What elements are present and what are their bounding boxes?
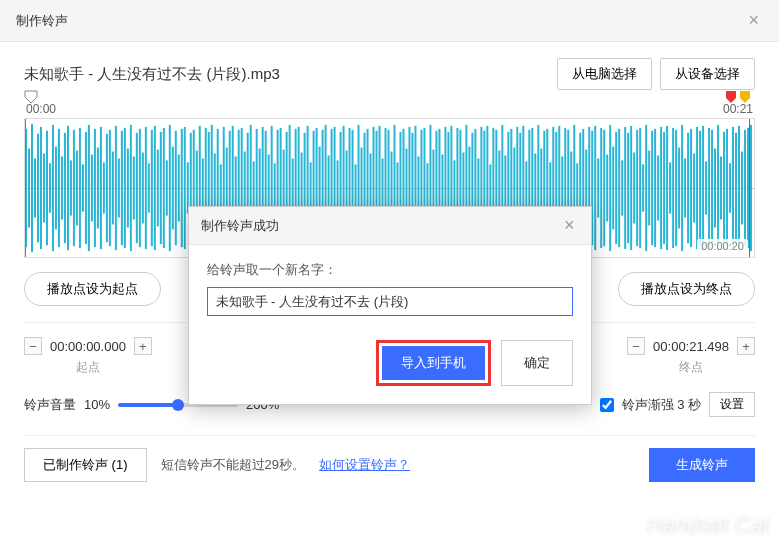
svg-rect-193	[600, 128, 602, 248]
file-row: 未知歌手 - 人生没有过不去 (片段).mp3 从电脑选择 从设备选择	[24, 58, 755, 90]
svg-rect-24	[94, 129, 96, 247]
window-header: 制作铃声 ×	[0, 0, 779, 42]
svg-rect-213	[660, 127, 662, 249]
svg-rect-15	[67, 126, 69, 250]
svg-rect-14	[64, 133, 66, 243]
generate-button[interactable]: 生成铃声	[649, 448, 755, 482]
from-pc-button[interactable]: 从电脑选择	[557, 58, 652, 90]
svg-rect-232	[717, 125, 719, 251]
svg-rect-3	[31, 124, 33, 252]
fade-in-checkbox[interactable]	[600, 398, 614, 412]
svg-rect-229	[708, 128, 710, 248]
svg-rect-233	[720, 156, 722, 219]
svg-rect-44	[154, 126, 156, 250]
svg-rect-228	[705, 161, 707, 214]
svg-rect-244	[624, 518, 635, 535]
slider-thumb-icon[interactable]	[172, 399, 184, 411]
svg-rect-32	[118, 158, 120, 217]
svg-rect-238	[735, 133, 737, 243]
svg-rect-221	[684, 158, 686, 217]
svg-rect-2	[28, 149, 30, 228]
svg-rect-7	[43, 154, 45, 223]
svg-rect-23	[91, 154, 93, 221]
set-end-button[interactable]: 播放点设为终点	[618, 272, 755, 306]
dialog-ok-button[interactable]: 确定	[501, 340, 573, 386]
help-link[interactable]: 如何设置铃声？	[319, 456, 410, 474]
start-minus-button[interactable]: −	[24, 337, 42, 355]
start-plus-button[interactable]: +	[134, 337, 152, 355]
end-marker-red-icon[interactable]	[725, 90, 737, 107]
svg-rect-9	[49, 163, 51, 212]
start-handle-icon[interactable]	[24, 90, 38, 104]
svg-rect-49	[169, 125, 171, 251]
end-minus-button[interactable]: −	[627, 337, 645, 355]
svg-rect-111	[355, 164, 357, 211]
svg-rect-29	[109, 130, 111, 246]
svg-rect-224	[693, 154, 695, 223]
highlight-annotation: 导入到手机	[376, 340, 491, 386]
svg-rect-208	[645, 125, 647, 251]
svg-rect-48	[166, 160, 168, 215]
svg-rect-16	[70, 160, 72, 215]
svg-rect-197	[612, 147, 614, 230]
svg-rect-202	[627, 133, 629, 243]
svg-rect-4	[34, 158, 36, 217]
svg-rect-196	[609, 125, 611, 251]
svg-rect-220	[681, 125, 683, 251]
end-line	[749, 119, 750, 257]
svg-rect-5	[37, 134, 39, 242]
svg-rect-209	[648, 151, 650, 226]
end-marker-yellow-icon[interactable]	[739, 90, 751, 107]
svg-rect-215	[666, 126, 668, 250]
svg-rect-156	[489, 164, 491, 211]
svg-rect-191	[594, 126, 596, 250]
svg-rect-42	[148, 163, 150, 212]
svg-rect-204	[633, 153, 635, 224]
from-device-button[interactable]: 从设备选择	[660, 58, 755, 90]
svg-rect-198	[615, 132, 617, 244]
svg-rect-236	[729, 163, 731, 212]
dialog-close-icon[interactable]: ×	[560, 215, 579, 236]
close-icon[interactable]: ×	[744, 10, 763, 31]
svg-rect-20	[82, 164, 84, 211]
set-start-button[interactable]: 播放点设为起点	[24, 272, 161, 306]
svg-rect-241	[744, 130, 746, 246]
svg-rect-43	[151, 130, 153, 246]
svg-rect-22	[88, 125, 90, 251]
svg-rect-205	[636, 130, 638, 246]
svg-rect-194	[603, 130, 605, 246]
svg-rect-231	[714, 149, 716, 228]
svg-rect-195	[606, 154, 608, 221]
svg-rect-19	[79, 128, 81, 248]
svg-rect-235	[726, 129, 728, 247]
svg-rect-31	[115, 126, 117, 250]
svg-rect-216	[669, 162, 671, 213]
svg-rect-37	[133, 156, 135, 219]
made-ringtones-button[interactable]: 已制作铃声 (1)	[24, 448, 147, 482]
svg-rect-46	[160, 132, 162, 244]
svg-rect-237	[732, 127, 734, 249]
start-time-label: 起点	[24, 359, 152, 376]
dialog-title: 制作铃声成功	[201, 217, 279, 235]
import-to-phone-button[interactable]: 导入到手机	[382, 346, 485, 380]
fade-settings-button[interactable]: 设置	[709, 392, 755, 417]
svg-rect-223	[690, 129, 692, 247]
svg-rect-38	[136, 133, 138, 243]
volume-label: 铃声音量	[24, 396, 76, 414]
svg-rect-192	[597, 158, 599, 217]
svg-rect-36	[130, 125, 132, 251]
svg-rect-53	[181, 129, 183, 247]
svg-rect-206	[639, 128, 641, 248]
playhead-line	[25, 119, 26, 257]
svg-rect-200	[621, 160, 623, 215]
svg-rect-226	[699, 131, 701, 245]
svg-rect-12	[58, 129, 60, 247]
svg-rect-54	[184, 127, 186, 249]
svg-rect-230	[711, 130, 713, 246]
ringtone-name-input[interactable]	[207, 287, 573, 316]
svg-rect-203	[630, 126, 632, 250]
svg-rect-214	[663, 132, 665, 244]
svg-rect-210	[651, 131, 653, 245]
end-time-value: 00:00:21.498	[649, 339, 733, 354]
end-plus-button[interactable]: +	[737, 337, 755, 355]
